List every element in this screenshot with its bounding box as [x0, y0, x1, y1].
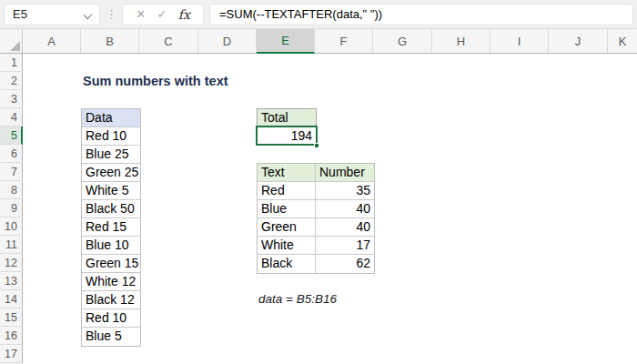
- insert-function-icon[interactable]: fx: [178, 7, 190, 22]
- column-header-j[interactable]: J: [549, 29, 608, 53]
- row-headers: 1 2 3 4 5 6 7 8 9 10 11 12 13 14 15 16 1…: [0, 54, 23, 364]
- cancel-icon[interactable]: ✕: [136, 7, 146, 21]
- summary-text-cell[interactable]: Red: [258, 182, 316, 199]
- summary-text-cell[interactable]: Green: [258, 218, 316, 236]
- row-header-16[interactable]: 16: [0, 327, 23, 345]
- select-all-button[interactable]: [0, 29, 23, 53]
- summary-table: Text Number Red 35 Blue 40 Green 40 Whit…: [257, 163, 375, 274]
- summary-number-cell[interactable]: 17: [316, 237, 374, 254]
- row-header-11[interactable]: 11: [0, 236, 23, 254]
- row-header-5-selected[interactable]: 5: [0, 126, 23, 145]
- row-header-15[interactable]: 15: [0, 308, 23, 327]
- row-header-12[interactable]: 12: [0, 254, 23, 272]
- column-header-f[interactable]: F: [315, 29, 373, 53]
- separator-dots-icon: ⋮: [106, 7, 117, 21]
- data-cell-b9[interactable]: Black 50: [82, 200, 140, 218]
- name-box-value: E5: [13, 7, 27, 21]
- column-header-a[interactable]: A: [23, 29, 81, 53]
- row-header-1[interactable]: 1: [0, 54, 23, 72]
- excel-window: E5 ⋮ ✕ ✓ fx =SUM(--TEXTAFTER(data," ")) …: [0, 0, 637, 364]
- data-cell-b8[interactable]: White 5: [82, 182, 140, 200]
- summary-text-cell[interactable]: White: [258, 237, 316, 254]
- summary-number-cell[interactable]: 40: [316, 200, 374, 217]
- column-header-k[interactable]: K: [608, 29, 637, 53]
- formula-text: =SUM(--TEXTAFTER(data," ")): [219, 7, 382, 21]
- summary-row-white: White 17: [258, 237, 374, 255]
- column-headers: A B C D E F G H I J K: [0, 29, 637, 54]
- fill-handle[interactable]: [314, 143, 319, 148]
- data-cell-b6[interactable]: Blue 25: [82, 146, 140, 164]
- row-header-7[interactable]: 7: [0, 163, 23, 181]
- sheet-area: Sum numbers with text Data Red 10 Blue 2…: [24, 54, 637, 364]
- data-cell-b5[interactable]: Red 10: [82, 127, 140, 146]
- formula-input[interactable]: =SUM(--TEXTAFTER(data," ")): [209, 4, 633, 25]
- data-list-table: Data Red 10 Blue 25 Green 25 White 5 Bla…: [81, 108, 141, 347]
- row-header-10[interactable]: 10: [0, 217, 23, 236]
- worksheet-title[interactable]: Sum numbers with text: [83, 72, 228, 90]
- data-cell-b7[interactable]: Green 25: [82, 164, 140, 182]
- name-box[interactable]: E5: [4, 4, 100, 25]
- summary-header-row: Text Number: [258, 164, 374, 182]
- column-header-h[interactable]: H: [432, 29, 490, 53]
- summary-number-cell[interactable]: 62: [316, 255, 374, 273]
- row-header-13[interactable]: 13: [0, 272, 23, 290]
- summary-number-cell[interactable]: 35: [316, 182, 374, 199]
- summary-row-red: Red 35: [258, 182, 374, 200]
- data-cell-b10[interactable]: Red 15: [82, 218, 140, 237]
- summary-header-number[interactable]: Number: [316, 164, 374, 181]
- formula-buttons: ✕ ✓ fx: [122, 4, 204, 25]
- data-cell-b11[interactable]: Blue 10: [82, 237, 140, 255]
- data-cell-b13[interactable]: White 12: [82, 273, 140, 291]
- summary-row-green: Green 40: [258, 218, 374, 237]
- column-header-e-selected[interactable]: E: [257, 29, 315, 54]
- row-header-2[interactable]: 2: [0, 72, 23, 90]
- column-header-i[interactable]: I: [490, 29, 549, 53]
- total-header-cell[interactable]: Total: [257, 108, 317, 126]
- data-cell-b12[interactable]: Green 15: [82, 255, 140, 273]
- row-header-9[interactable]: 9: [0, 199, 23, 217]
- row-header-17[interactable]: 17: [0, 345, 23, 363]
- summary-row-black: Black 62: [258, 255, 374, 273]
- select-all-icon: [10, 41, 20, 51]
- column-header-g[interactable]: G: [373, 29, 432, 53]
- row-header-6[interactable]: 6: [0, 145, 23, 163]
- formula-bar: E5 ⋮ ✕ ✓ fx =SUM(--TEXTAFTER(data," ")): [0, 0, 637, 29]
- selected-cell-e5[interactable]: 194: [256, 126, 318, 146]
- row-header-3[interactable]: 3: [0, 90, 23, 108]
- column-header-b[interactable]: B: [81, 29, 139, 53]
- summary-text-cell[interactable]: Blue: [258, 200, 316, 217]
- data-list-header[interactable]: Data: [82, 109, 140, 127]
- summary-header-text[interactable]: Text: [258, 164, 316, 181]
- enter-icon[interactable]: ✓: [157, 7, 167, 21]
- data-cell-b16[interactable]: Blue 5: [82, 328, 140, 346]
- summary-number-cell[interactable]: 40: [316, 218, 374, 236]
- row-header-4[interactable]: 4: [0, 108, 23, 126]
- summary-text-cell[interactable]: Black: [258, 255, 316, 273]
- row-header-14[interactable]: 14: [0, 290, 23, 308]
- named-range-note[interactable]: data = B5:B16: [258, 290, 337, 308]
- data-cell-b15[interactable]: Red 10: [82, 309, 140, 328]
- row-header-8[interactable]: 8: [0, 181, 23, 199]
- column-header-c[interactable]: C: [139, 29, 198, 53]
- chevron-down-icon[interactable]: [84, 10, 92, 18]
- data-cell-b14[interactable]: Black 12: [82, 291, 140, 309]
- column-header-d[interactable]: D: [198, 29, 257, 53]
- summary-row-blue: Blue 40: [258, 200, 374, 218]
